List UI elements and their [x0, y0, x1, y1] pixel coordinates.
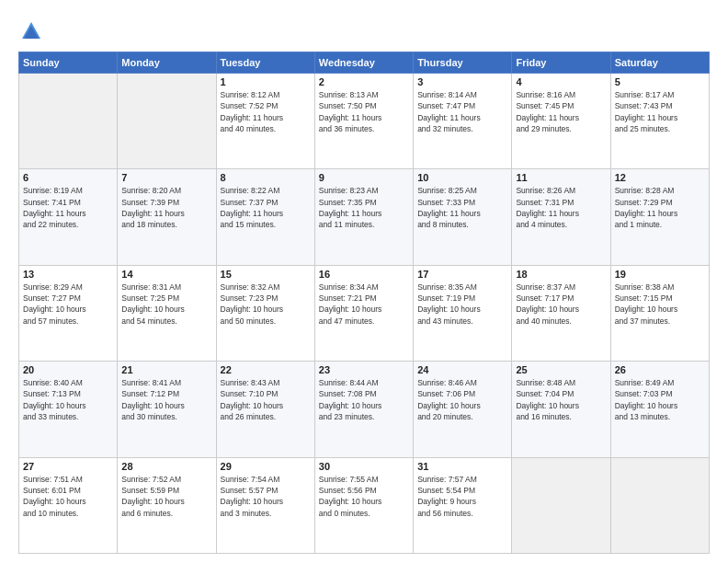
calendar-cell: 16Sunrise: 8:34 AM Sunset: 7:21 PM Dayli…	[314, 265, 413, 361]
day-of-week-header: Sunday	[19, 52, 118, 74]
day-of-week-header: Monday	[118, 52, 216, 74]
calendar-cell: 18Sunrise: 8:37 AM Sunset: 7:17 PM Dayli…	[512, 265, 610, 361]
calendar-cell: 23Sunrise: 8:44 AM Sunset: 7:08 PM Dayli…	[314, 362, 413, 457]
calendar-cell: 10Sunrise: 8:25 AM Sunset: 7:33 PM Dayli…	[414, 169, 512, 265]
calendar-body: 1Sunrise: 8:12 AM Sunset: 7:52 PM Daylig…	[19, 74, 710, 554]
calendar-cell: 15Sunrise: 8:32 AM Sunset: 7:23 PM Dayli…	[216, 265, 314, 361]
day-info: Sunrise: 8:37 AM Sunset: 7:17 PM Dayligh…	[516, 282, 606, 327]
calendar-table: SundayMondayTuesdayWednesdayThursdayFrid…	[18, 52, 710, 554]
day-number: 21	[121, 364, 211, 375]
calendar-week-row: 1Sunrise: 8:12 AM Sunset: 7:52 PM Daylig…	[19, 74, 710, 169]
calendar-cell: 17Sunrise: 8:35 AM Sunset: 7:19 PM Dayli…	[414, 265, 512, 361]
calendar-cell: 30Sunrise: 7:55 AM Sunset: 5:56 PM Dayli…	[314, 457, 413, 553]
calendar-cell	[610, 457, 709, 553]
day-number: 13	[23, 269, 113, 280]
day-info: Sunrise: 8:13 AM Sunset: 7:50 PM Dayligh…	[319, 89, 409, 134]
calendar-cell: 4Sunrise: 8:16 AM Sunset: 7:45 PM Daylig…	[512, 74, 610, 169]
day-info: Sunrise: 8:44 AM Sunset: 7:08 PM Dayligh…	[319, 377, 409, 422]
header	[18, 15, 710, 44]
calendar-cell: 21Sunrise: 8:41 AM Sunset: 7:12 PM Dayli…	[118, 362, 216, 457]
day-number: 27	[23, 461, 113, 472]
day-info: Sunrise: 8:20 AM Sunset: 7:39 PM Dayligh…	[121, 185, 211, 230]
calendar-cell: 7Sunrise: 8:20 AM Sunset: 7:39 PM Daylig…	[118, 169, 216, 265]
logo	[18, 18, 48, 44]
day-info: Sunrise: 8:26 AM Sunset: 7:31 PM Dayligh…	[516, 185, 606, 230]
day-of-week-header: Thursday	[414, 52, 512, 74]
day-info: Sunrise: 8:46 AM Sunset: 7:06 PM Dayligh…	[417, 377, 507, 422]
calendar-cell: 2Sunrise: 8:13 AM Sunset: 7:50 PM Daylig…	[314, 74, 413, 169]
calendar-header: SundayMondayTuesdayWednesdayThursdayFrid…	[19, 52, 710, 74]
day-info: Sunrise: 8:31 AM Sunset: 7:25 PM Dayligh…	[121, 282, 211, 327]
day-info: Sunrise: 7:51 AM Sunset: 6:01 PM Dayligh…	[23, 474, 113, 519]
calendar-cell	[512, 457, 610, 553]
day-number: 8	[221, 172, 311, 183]
day-of-week-header: Wednesday	[314, 52, 413, 74]
day-info: Sunrise: 8:22 AM Sunset: 7:37 PM Dayligh…	[221, 185, 311, 230]
day-number: 19	[615, 269, 705, 280]
day-number: 15	[221, 269, 311, 280]
calendar-cell: 29Sunrise: 7:54 AM Sunset: 5:57 PM Dayli…	[216, 457, 314, 553]
day-number: 24	[417, 364, 507, 375]
calendar-cell: 28Sunrise: 7:52 AM Sunset: 5:59 PM Dayli…	[118, 457, 216, 553]
day-of-week-header: Tuesday	[216, 52, 314, 74]
day-number: 9	[319, 172, 409, 183]
day-info: Sunrise: 8:34 AM Sunset: 7:21 PM Dayligh…	[319, 282, 409, 327]
calendar-cell: 9Sunrise: 8:23 AM Sunset: 7:35 PM Daylig…	[314, 169, 413, 265]
day-info: Sunrise: 7:57 AM Sunset: 5:54 PM Dayligh…	[417, 474, 507, 519]
day-info: Sunrise: 8:14 AM Sunset: 7:47 PM Dayligh…	[417, 89, 507, 134]
calendar-week-row: 27Sunrise: 7:51 AM Sunset: 6:01 PM Dayli…	[19, 457, 710, 553]
day-info: Sunrise: 8:16 AM Sunset: 7:45 PM Dayligh…	[516, 89, 606, 134]
calendar-cell: 8Sunrise: 8:22 AM Sunset: 7:37 PM Daylig…	[216, 169, 314, 265]
day-info: Sunrise: 8:23 AM Sunset: 7:35 PM Dayligh…	[319, 185, 409, 230]
calendar-week-row: 13Sunrise: 8:29 AM Sunset: 7:27 PM Dayli…	[19, 265, 710, 361]
calendar-cell	[118, 74, 216, 169]
day-number: 26	[615, 364, 705, 375]
day-number: 2	[319, 76, 409, 87]
day-info: Sunrise: 8:17 AM Sunset: 7:43 PM Dayligh…	[615, 89, 705, 134]
day-number: 28	[121, 461, 211, 472]
day-info: Sunrise: 8:19 AM Sunset: 7:41 PM Dayligh…	[23, 185, 113, 230]
day-info: Sunrise: 7:54 AM Sunset: 5:57 PM Dayligh…	[221, 474, 311, 519]
day-number: 22	[221, 364, 311, 375]
day-info: Sunrise: 8:38 AM Sunset: 7:15 PM Dayligh…	[615, 282, 705, 327]
day-number: 11	[516, 172, 606, 183]
day-info: Sunrise: 8:32 AM Sunset: 7:23 PM Dayligh…	[221, 282, 311, 327]
day-number: 25	[516, 364, 606, 375]
day-number: 4	[516, 76, 606, 87]
day-number: 3	[417, 76, 507, 87]
day-number: 5	[615, 76, 705, 87]
calendar-cell: 13Sunrise: 8:29 AM Sunset: 7:27 PM Dayli…	[19, 265, 118, 361]
header-row: SundayMondayTuesdayWednesdayThursdayFrid…	[19, 52, 710, 74]
day-of-week-header: Saturday	[610, 52, 709, 74]
day-number: 16	[319, 269, 409, 280]
calendar-cell: 26Sunrise: 8:49 AM Sunset: 7:03 PM Dayli…	[610, 362, 709, 457]
calendar-cell: 24Sunrise: 8:46 AM Sunset: 7:06 PM Dayli…	[414, 362, 512, 457]
calendar-cell	[19, 74, 118, 169]
day-number: 12	[615, 172, 705, 183]
calendar-cell: 14Sunrise: 8:31 AM Sunset: 7:25 PM Dayli…	[118, 265, 216, 361]
logo-icon	[18, 18, 44, 44]
calendar-cell: 31Sunrise: 7:57 AM Sunset: 5:54 PM Dayli…	[414, 457, 512, 553]
calendar-cell: 11Sunrise: 8:26 AM Sunset: 7:31 PM Dayli…	[512, 169, 610, 265]
day-info: Sunrise: 8:35 AM Sunset: 7:19 PM Dayligh…	[417, 282, 507, 327]
day-info: Sunrise: 8:40 AM Sunset: 7:13 PM Dayligh…	[23, 377, 113, 422]
day-number: 14	[121, 269, 211, 280]
calendar-page: SundayMondayTuesdayWednesdayThursdayFrid…	[0, 0, 728, 563]
day-info: Sunrise: 8:29 AM Sunset: 7:27 PM Dayligh…	[23, 282, 113, 327]
day-number: 17	[417, 269, 507, 280]
day-info: Sunrise: 7:55 AM Sunset: 5:56 PM Dayligh…	[319, 474, 409, 519]
day-number: 10	[417, 172, 507, 183]
calendar-cell: 19Sunrise: 8:38 AM Sunset: 7:15 PM Dayli…	[610, 265, 709, 361]
day-number: 6	[23, 172, 113, 183]
day-number: 20	[23, 364, 113, 375]
day-info: Sunrise: 8:25 AM Sunset: 7:33 PM Dayligh…	[417, 185, 507, 230]
day-info: Sunrise: 8:48 AM Sunset: 7:04 PM Dayligh…	[516, 377, 606, 422]
day-of-week-header: Friday	[512, 52, 610, 74]
calendar-cell: 27Sunrise: 7:51 AM Sunset: 6:01 PM Dayli…	[19, 457, 118, 553]
day-number: 23	[319, 364, 409, 375]
day-info: Sunrise: 8:43 AM Sunset: 7:10 PM Dayligh…	[221, 377, 311, 422]
calendar-week-row: 6Sunrise: 8:19 AM Sunset: 7:41 PM Daylig…	[19, 169, 710, 265]
day-number: 29	[221, 461, 311, 472]
day-number: 1	[221, 76, 311, 87]
calendar-cell: 5Sunrise: 8:17 AM Sunset: 7:43 PM Daylig…	[610, 74, 709, 169]
